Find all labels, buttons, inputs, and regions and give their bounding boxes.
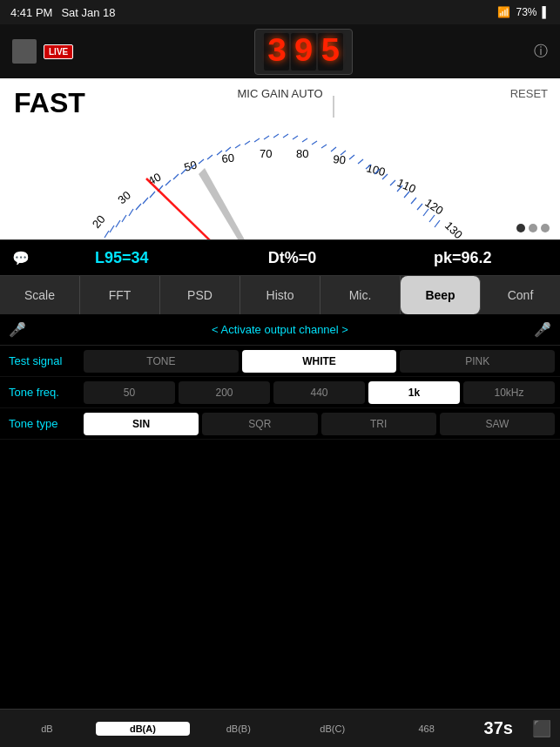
digit-1: 3 (264, 33, 289, 71)
bottom-timer: 37s (474, 718, 523, 738)
svg-line-54 (435, 220, 440, 227)
mic-right-icon: 🎤 (534, 321, 551, 338)
svg-line-15 (116, 220, 120, 227)
digit-3: 5 (318, 33, 343, 71)
svg-line-53 (429, 215, 435, 222)
svg-line-32 (254, 138, 260, 142)
battery-icon: ▌ (542, 6, 550, 18)
tab-beep[interactable]: Beep (401, 276, 481, 314)
meter-svg: // Will draw via JS below 20 30 40 50 60… (0, 91, 560, 239)
svg-text:30: 30 (115, 189, 133, 207)
page-dots (516, 224, 550, 232)
svg-text:110: 110 (395, 176, 418, 196)
test-signal-tone[interactable]: TONE (84, 350, 239, 373)
stat-pk: pk=96.2 (377, 249, 548, 267)
test-signal-white[interactable]: WHITE (242, 350, 397, 373)
meter-panel: FAST MIC GAIN AUTO RESET // Will draw vi… (0, 78, 560, 239)
test-signal-label: Test signal (5, 354, 84, 367)
export-icon[interactable]: ⬛ (523, 719, 560, 738)
svg-line-20 (150, 192, 155, 198)
tab-histo[interactable]: Histo (240, 276, 320, 314)
svg-line-36 (293, 136, 298, 139)
number-display: 3 9 5 (254, 29, 352, 75)
chat-icon: 💬 (12, 250, 30, 266)
battery-percent: 73% (516, 6, 536, 18)
svg-text:50: 50 (183, 158, 199, 173)
tone-type-tri[interactable]: TRI (321, 413, 436, 435)
svg-line-17 (129, 209, 133, 216)
tab-scale[interactable]: Scale (0, 276, 80, 314)
live-badge: LIVE (44, 44, 73, 59)
svg-line-43 (358, 159, 363, 164)
tone-freq-label: Tone freq. (5, 386, 84, 399)
dot-1 (516, 224, 525, 232)
status-right: 📶 73% ▌ (497, 6, 550, 18)
stats-row: 💬 L95=34 Dt%=0 pk=96.2 (0, 239, 560, 276)
stat-l95: L95=34 (37, 249, 207, 267)
wifi-icon: 📶 (497, 6, 510, 18)
tone-freq-10khz[interactable]: 10kHz (463, 381, 555, 404)
tab-fft[interactable]: FFT (80, 276, 160, 314)
bottom-tab-dbb[interactable]: dB(B) (192, 723, 286, 734)
svg-line-42 (349, 155, 354, 159)
tone-freq-50[interactable]: 50 (84, 381, 175, 404)
bottom-tab-dba[interactable]: dB(A) (96, 722, 190, 736)
tone-type-label: Tone type (5, 417, 84, 430)
beep-content: 🎤 < Activate output channel > 🎤 Test sig… (0, 314, 560, 440)
svg-text:70: 70 (260, 147, 272, 160)
svg-line-16 (122, 215, 126, 222)
tab-bar: Scale FFT PSD Histo Mic. Beep Conf (0, 276, 560, 314)
bottom-tab-dbc[interactable]: dB(C) (286, 723, 380, 734)
activate-row: 🎤 < Activate output channel > 🎤 (0, 314, 560, 346)
test-signal-row: Test signal TONE WHITE PINK (0, 346, 560, 377)
activate-channel-text[interactable]: < Activate output channel > (26, 323, 534, 336)
status-time: 4:41 PM (10, 6, 52, 19)
svg-line-14 (110, 225, 114, 232)
status-date: Sat Jan 18 (61, 6, 115, 19)
svg-line-13 (105, 231, 109, 238)
svg-line-50 (411, 198, 416, 204)
svg-line-18 (136, 204, 141, 210)
svg-line-23 (173, 174, 179, 179)
tone-type-saw[interactable]: SAW (440, 413, 555, 435)
digit-2: 9 (291, 33, 316, 71)
svg-line-51 (417, 204, 422, 210)
svg-line-33 (264, 136, 269, 139)
tab-psd[interactable]: PSD (160, 276, 240, 314)
svg-line-26 (199, 159, 204, 164)
bottom-bar: dB dB(A) dB(B) dB(C) 468 37s ⬛ (0, 709, 560, 747)
tone-type-sin[interactable]: SIN (84, 413, 199, 435)
bottom-tab-468[interactable]: 468 (380, 723, 474, 734)
mic-left-icon: 🎤 (9, 321, 26, 338)
dot-3 (541, 224, 550, 232)
svg-text:100: 100 (365, 161, 387, 178)
svg-text:90: 90 (333, 152, 347, 166)
test-signal-pink[interactable]: PINK (400, 350, 555, 373)
tone-freq-options: 50 200 440 1k 10kHz (84, 381, 555, 404)
dot-2 (529, 224, 537, 232)
svg-line-52 (423, 209, 428, 216)
svg-line-19 (143, 198, 148, 204)
stat-dt: Dt%=0 (207, 249, 378, 267)
svg-text:80: 80 (296, 147, 308, 160)
tone-freq-440[interactable]: 440 (273, 381, 365, 404)
svg-line-37 (302, 138, 307, 142)
tone-freq-1k[interactable]: 1k (368, 381, 460, 404)
svg-text:120: 120 (422, 196, 445, 218)
bottom-tab-db[interactable]: dB (0, 723, 94, 734)
tone-type-sqr[interactable]: SQR (202, 413, 317, 435)
info-icon[interactable]: ⓘ (534, 43, 548, 61)
tone-freq-row: Tone freq. 50 200 440 1k 10kHz (0, 377, 560, 408)
svg-line-31 (245, 141, 250, 145)
svg-line-34 (273, 134, 279, 138)
svg-text:130: 130 (442, 219, 465, 239)
svg-line-40 (331, 147, 336, 151)
tab-conf[interactable]: Conf (481, 276, 560, 314)
svg-line-39 (321, 145, 327, 148)
tab-mic[interactable]: Mic. (320, 276, 401, 314)
svg-rect-0 (0, 91, 560, 239)
tone-freq-200[interactable]: 200 (179, 381, 270, 404)
svg-line-22 (165, 180, 171, 185)
svg-line-27 (207, 155, 213, 159)
svg-line-35 (283, 134, 288, 138)
